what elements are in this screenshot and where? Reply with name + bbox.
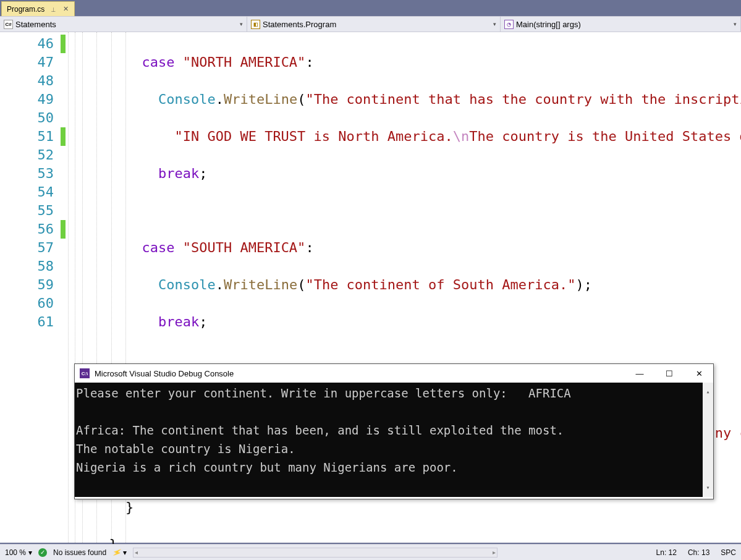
member-dropdown[interactable]: ◔ Main(string[] args) ▾ bbox=[501, 17, 741, 32]
csharp-icon: C# bbox=[4, 20, 13, 29]
line-number: 48 bbox=[0, 72, 54, 90]
chevron-down-icon: ▾ bbox=[123, 548, 127, 557]
line-number: 60 bbox=[0, 294, 54, 313]
console-title-text: Microsoft Visual Studio Debug Console bbox=[95, 369, 234, 378]
tab-title: Program.cs bbox=[7, 5, 44, 14]
spaces-indicator[interactable]: SPC bbox=[721, 548, 736, 557]
maximize-button[interactable]: ☐ bbox=[660, 367, 679, 380]
line-number: 49 bbox=[0, 90, 54, 109]
debug-console-window[interactable]: C:\ Microsoft Visual Studio Debug Consol… bbox=[74, 363, 714, 499]
line-number: 61 bbox=[0, 313, 54, 331]
scroll-left-icon[interactable]: ◂ bbox=[135, 549, 138, 556]
console-titlebar[interactable]: C:\ Microsoft Visual Studio Debug Consol… bbox=[75, 364, 713, 383]
issues-label: No issues found bbox=[53, 548, 106, 557]
class-icon: ◧ bbox=[251, 20, 260, 29]
console-output[interactable]: Please enter your continent. Write in up… bbox=[75, 383, 713, 497]
class-dropdown[interactable]: ◧ Statements.Program ▾ bbox=[247, 17, 501, 32]
scope-label: Statements bbox=[15, 20, 56, 29]
tab-bar: Program.cs ⟂ ✕ bbox=[0, 0, 741, 16]
file-tab[interactable]: Program.cs ⟂ ✕ bbox=[1, 1, 75, 16]
chevron-down-icon: ▾ bbox=[240, 21, 243, 27]
project-scope-dropdown[interactable]: C# Statements ▾ bbox=[0, 17, 247, 32]
close-button[interactable]: ✕ bbox=[690, 367, 708, 380]
line-numbers: 46 47 48 49 50 51 52 53 54 55 56 57 58 5… bbox=[0, 32, 59, 331]
line-number: 55 bbox=[0, 202, 54, 220]
code-editor[interactable]: 46 47 48 49 50 51 52 53 54 55 56 57 58 5… bbox=[0, 32, 741, 543]
zoom-value: 100 % bbox=[5, 548, 26, 557]
pin-icon[interactable]: ⟂ bbox=[49, 6, 57, 13]
horizontal-scrollbar[interactable]: ◂ ▸ bbox=[133, 548, 498, 558]
health-indicator[interactable]: ⚡ ▾ bbox=[112, 548, 127, 557]
zoom-control[interactable]: 100 % ▾ bbox=[5, 548, 32, 557]
line-number: 57 bbox=[0, 239, 54, 257]
line-indicator[interactable]: Ln: 12 bbox=[656, 548, 677, 557]
close-icon[interactable]: ✕ bbox=[62, 6, 69, 13]
line-number: 47 bbox=[0, 53, 54, 72]
line-number: 59 bbox=[0, 276, 54, 294]
scroll-up-icon[interactable]: ▴ bbox=[706, 383, 709, 401]
navigation-bar: C# Statements ▾ ◧ Statements.Program ▾ ◔… bbox=[0, 16, 741, 32]
chevron-down-icon: ▾ bbox=[493, 21, 496, 27]
console-app-icon: C:\ bbox=[80, 368, 90, 378]
line-number: 52 bbox=[0, 146, 54, 164]
method-icon: ◔ bbox=[504, 20, 514, 29]
line-number: 54 bbox=[0, 183, 54, 202]
class-label: Statements.Program bbox=[263, 20, 336, 29]
scroll-down-icon[interactable]: ▾ bbox=[706, 478, 709, 497]
console-scrollbar[interactable]: ▴▾ bbox=[703, 383, 713, 497]
line-number: 51 bbox=[0, 127, 54, 146]
minimize-button[interactable]: — bbox=[630, 367, 649, 380]
chevron-down-icon: ▾ bbox=[28, 548, 32, 557]
line-number: 46 bbox=[0, 35, 54, 53]
line-number: 50 bbox=[0, 109, 54, 127]
col-indicator[interactable]: Ch: 13 bbox=[688, 548, 709, 557]
line-number: 56 bbox=[0, 220, 54, 239]
chevron-down-icon: ▾ bbox=[734, 21, 737, 27]
member-label: Main(string[] args) bbox=[516, 20, 581, 29]
status-bar: 100 % ▾ ✓ No issues found ⚡ ▾ ◂ ▸ Ln: 12… bbox=[0, 544, 741, 560]
console-text: Please enter your continent. Write in up… bbox=[76, 386, 571, 474]
line-number: 53 bbox=[0, 164, 54, 183]
scroll-right-icon[interactable]: ▸ bbox=[493, 549, 496, 556]
check-icon: ✓ bbox=[38, 548, 47, 557]
line-number: 58 bbox=[0, 257, 54, 276]
bolt-icon: ⚡ bbox=[111, 546, 123, 558]
